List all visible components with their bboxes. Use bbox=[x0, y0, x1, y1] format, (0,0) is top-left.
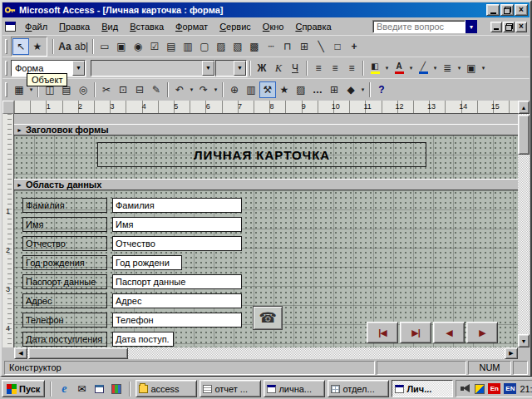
vertical-ruler[interactable]: 1234 bbox=[2, 114, 14, 347]
unbound-object-frame-icon[interactable]: ▧ bbox=[229, 38, 246, 55]
field-label-surname[interactable]: Фамилия bbox=[22, 198, 107, 213]
font-size-combo[interactable]: ▼ bbox=[215, 60, 247, 76]
taskbar-button-lichnaya[interactable]: лична... bbox=[264, 380, 325, 397]
underline-button[interactable]: Ч bbox=[287, 60, 303, 76]
field-textbox-passport[interactable]: Паспорт данные bbox=[112, 274, 242, 289]
fill-color-button[interactable]: ◧ bbox=[367, 60, 383, 76]
field-label-name[interactable]: Имя bbox=[22, 217, 107, 232]
field-label-hire-date[interactable]: Дата поступления bbox=[22, 332, 107, 347]
horizontal-scroll-thumb[interactable] bbox=[28, 347, 128, 359]
combo-dropdown-icon[interactable]: ▼ bbox=[202, 61, 214, 76]
ruler-corner[interactable] bbox=[2, 101, 14, 114]
view-dropdown[interactable]: ▾ bbox=[27, 86, 35, 93]
combobox-tool-icon[interactable]: ▤ bbox=[163, 38, 180, 55]
nav-prev-button[interactable]: ◀ bbox=[433, 322, 465, 343]
italic-button[interactable]: К bbox=[270, 60, 287, 76]
database-window-icon[interactable]: ⊞ bbox=[326, 81, 342, 98]
bound-object-frame-icon[interactable]: ▩ bbox=[246, 38, 263, 55]
line-color-button[interactable]: ╱ bbox=[415, 60, 431, 76]
new-object-dropdown[interactable]: ▾ bbox=[359, 86, 367, 93]
tab-control-tool-icon[interactable]: ⊓ bbox=[279, 38, 296, 55]
help-icon[interactable]: ? bbox=[373, 81, 390, 98]
form-window-icon[interactable] bbox=[5, 22, 16, 32]
menu-help[interactable]: Справка bbox=[289, 19, 337, 34]
close-button[interactable]: × bbox=[515, 4, 528, 16]
label-tool-icon[interactable]: Aa bbox=[57, 38, 73, 55]
field-textbox-phone[interactable]: Телефон bbox=[112, 313, 242, 328]
field-label-birth-year[interactable]: Год рождения bbox=[22, 255, 107, 270]
line-width-dropdown[interactable]: ▾ bbox=[456, 65, 463, 71]
form-title-label[interactable]: ЛИЧНАЯ КАРТОЧКА bbox=[97, 142, 426, 167]
cut-icon[interactable]: ✂ bbox=[98, 81, 115, 98]
ask-question-input[interactable]: Введите вопрос bbox=[372, 20, 466, 33]
indicator-icon[interactable] bbox=[475, 384, 485, 394]
start-button[interactable]: Пуск bbox=[2, 380, 45, 397]
textbox-tool-icon[interactable]: ab| bbox=[73, 38, 90, 55]
scroll-left-button[interactable]: ◀ bbox=[14, 347, 27, 359]
field-textbox-hire-date[interactable]: Дата поступ. bbox=[112, 332, 174, 347]
font-color-button[interactable]: А bbox=[391, 60, 407, 76]
mdi-restore-button[interactable] bbox=[503, 22, 515, 32]
font-color-dropdown[interactable]: ▾ bbox=[407, 65, 415, 71]
insert-hyperlink-icon[interactable]: ⊕ bbox=[226, 81, 243, 98]
toolbox-toggle-icon[interactable]: ⚒ bbox=[259, 81, 276, 98]
format-painter-icon[interactable]: ✎ bbox=[148, 81, 165, 98]
copy-icon[interactable]: ⊡ bbox=[115, 81, 131, 98]
toolbar-drag-handle[interactable] bbox=[5, 39, 7, 54]
channels-icon[interactable] bbox=[109, 382, 124, 397]
line-width-button[interactable]: ≣ bbox=[439, 60, 456, 76]
taskbar-button-access[interactable]: access bbox=[135, 380, 197, 397]
view-button[interactable]: ▦ bbox=[11, 81, 27, 98]
option-button-tool-icon[interactable]: ◉ bbox=[130, 38, 146, 55]
field-textbox-surname[interactable]: Фамилия bbox=[112, 198, 242, 213]
language-badge-red[interactable]: En bbox=[488, 383, 500, 394]
form-header-area[interactable]: ЛИЧНАЯ КАРТОЧКА bbox=[14, 135, 518, 179]
minimize-button[interactable] bbox=[486, 4, 500, 16]
menu-insert[interactable]: Вставка bbox=[124, 19, 170, 34]
redo-dropdown[interactable]: ▾ bbox=[212, 86, 219, 93]
redo-button[interactable]: ↷ bbox=[195, 81, 212, 98]
more-controls-icon[interactable]: + bbox=[346, 38, 362, 55]
field-label-phone[interactable]: Телефон bbox=[22, 313, 107, 328]
field-textbox-name[interactable]: Имя bbox=[112, 217, 242, 232]
subform-tool-icon[interactable]: ⊞ bbox=[296, 38, 313, 55]
field-textbox-patronymic[interactable]: Отчество bbox=[112, 236, 242, 251]
align-right-icon[interactable]: ≡ bbox=[343, 60, 360, 76]
toolbar-drag-handle[interactable] bbox=[5, 61, 7, 76]
special-effect-dropdown[interactable]: ▾ bbox=[480, 65, 487, 71]
option-group-tool-icon[interactable]: ▭ bbox=[96, 38, 113, 55]
ie-icon[interactable]: e bbox=[57, 382, 71, 397]
volume-icon[interactable] bbox=[461, 384, 471, 393]
special-effect-button[interactable]: ▣ bbox=[463, 60, 480, 76]
nav-next-button[interactable]: ▶ bbox=[466, 322, 498, 343]
undo-button[interactable]: ↶ bbox=[171, 81, 188, 98]
nav-last-button[interactable]: ▶| bbox=[400, 322, 431, 343]
fill-color-dropdown[interactable]: ▾ bbox=[383, 65, 391, 71]
detail-area[interactable]: Фамилия Фамилия Имя Имя Отчество Отчеств… bbox=[14, 190, 518, 347]
select-objects-icon[interactable]: ↖ bbox=[12, 38, 29, 55]
menu-tools[interactable]: Сервис bbox=[214, 19, 257, 34]
build-icon[interactable]: … bbox=[309, 81, 326, 98]
taskbar-button-report[interactable]: отчет ... bbox=[200, 380, 261, 397]
line-tool-icon[interactable]: ╲ bbox=[313, 38, 329, 55]
bold-button[interactable]: Ж bbox=[254, 60, 270, 76]
listbox-tool-icon[interactable]: ▥ bbox=[180, 38, 196, 55]
form-header-section-bar[interactable]: ► Заголовок формы bbox=[14, 124, 518, 135]
ask-question-dropdown[interactable]: ▾ bbox=[466, 20, 477, 33]
scroll-up-button[interactable]: ▲ bbox=[518, 101, 530, 114]
field-label-patronymic[interactable]: Отчество bbox=[22, 236, 107, 251]
mdi-minimize-button[interactable] bbox=[490, 22, 502, 32]
command-button-tool-icon[interactable]: ▢ bbox=[196, 38, 213, 55]
scroll-down-button[interactable]: ▼ bbox=[518, 334, 530, 347]
line-color-dropdown[interactable]: ▾ bbox=[431, 65, 439, 71]
vertical-scroll-thumb[interactable] bbox=[518, 115, 530, 155]
control-wizards-icon[interactable]: ★ bbox=[29, 38, 46, 55]
field-textbox-address[interactable]: Адрес bbox=[112, 293, 242, 308]
detail-section-bar[interactable]: ► Область данных bbox=[14, 179, 518, 190]
outlook-icon[interactable]: ✉ bbox=[74, 382, 89, 397]
horizontal-scrollbar[interactable]: ◀ ▶ bbox=[14, 347, 518, 359]
checkbox-tool-icon[interactable]: ☑ bbox=[146, 38, 163, 55]
menu-file[interactable]: Файл bbox=[19, 19, 53, 34]
field-label-address[interactable]: Адрес bbox=[22, 293, 107, 308]
undo-dropdown[interactable]: ▾ bbox=[188, 86, 195, 93]
